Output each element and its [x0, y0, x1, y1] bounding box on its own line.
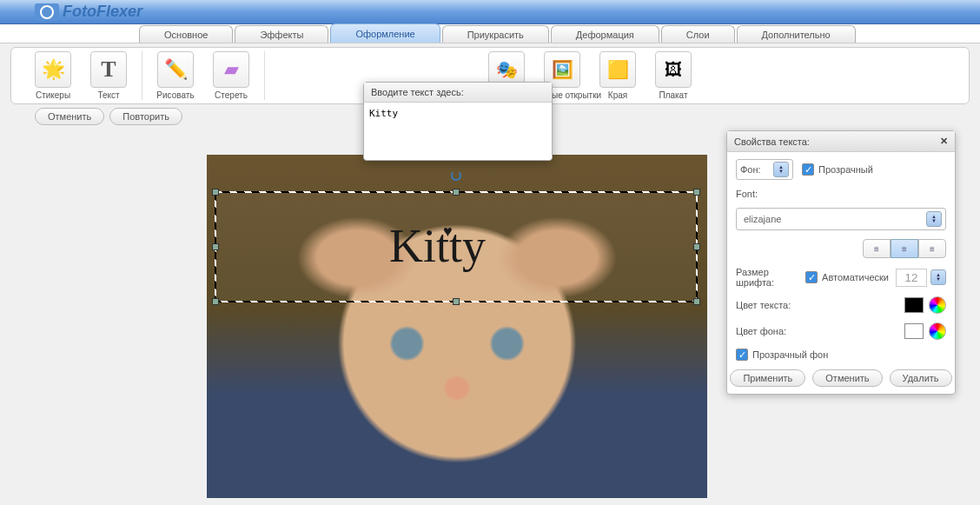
chevron-updown-icon: ▲▼	[773, 162, 789, 177]
heart-icon: ♥	[443, 223, 453, 241]
resize-handle-nw[interactable]	[212, 189, 219, 196]
rotate-handle-icon[interactable]	[451, 170, 461, 181]
text-icon: T	[90, 51, 127, 88]
size-label: Размер шрифта:	[736, 267, 805, 288]
stickers-label: Стикеры	[36, 90, 70, 100]
draw-label: Рисовать	[156, 90, 194, 100]
erase-tool[interactable]: ▰Стереть	[207, 51, 255, 100]
redo-button[interactable]: Повторить	[109, 108, 182, 125]
erase-label: Стереть	[215, 90, 248, 100]
cancel-button[interactable]: Отменить	[812, 369, 882, 387]
tab-5[interactable]: Слои	[661, 25, 735, 43]
bg-select[interactable]: Фон: ▲▼	[736, 159, 793, 180]
color-wheel-icon[interactable]	[929, 322, 946, 340]
poster-tool[interactable]: 🖼Плакат	[649, 51, 698, 100]
app-header: FotoFlexer	[0, 0, 980, 24]
transparent-label: Прозрачный	[818, 164, 873, 175]
edges-tool[interactable]: 🟨Края	[593, 51, 642, 100]
bg-color-swatch[interactable]	[904, 323, 924, 339]
text-color-label: Цвет текста:	[736, 300, 904, 310]
text-input-popup: Вводите текст здесь:	[363, 82, 553, 161]
chevron-updown-icon[interactable]: ▲▼	[930, 269, 946, 285]
canvas-area[interactable]: Kitty ♥	[207, 155, 707, 498]
transparent-bg-checkbox[interactable]: ✓	[736, 349, 748, 361]
auto-size-checkbox[interactable]: ✓	[805, 271, 818, 283]
text-input-field[interactable]	[364, 103, 552, 158]
props-title: Свойства текста:	[734, 136, 810, 147]
resize-handle-n[interactable]	[453, 189, 460, 196]
camera-icon	[35, 3, 59, 21]
font-label: Font:	[736, 189, 946, 199]
align-left-button[interactable]: ≡	[863, 239, 891, 258]
bg-color-label: Цвет фона:	[736, 326, 904, 336]
color-wheel-icon[interactable]	[929, 296, 946, 314]
poster-icon: 🖼	[655, 51, 692, 88]
resize-handle-e[interactable]	[693, 243, 700, 250]
align-right-button[interactable]: ≡	[918, 239, 946, 258]
font-select[interactable]: elizajane ▲▼	[736, 208, 946, 230]
transparent-bg-label: Прозрачный фон	[752, 349, 828, 360]
tab-1[interactable]: Эффекты	[235, 25, 328, 43]
edges-icon: 🟨	[599, 51, 636, 88]
tab-4[interactable]: Деформация	[551, 25, 659, 43]
text-label: Текст	[97, 90, 119, 100]
transparent-checkbox[interactable]: ✓	[802, 163, 814, 176]
logo: FotoFlexer	[35, 3, 142, 21]
apply-button[interactable]: Применить	[730, 369, 805, 387]
resize-handle-s[interactable]	[453, 298, 460, 305]
tab-2[interactable]: Оформление	[330, 23, 440, 43]
erase-icon: ▰	[213, 51, 249, 88]
edges-label: Края	[608, 90, 627, 100]
brand-name: FotoFlexer	[63, 3, 142, 21]
tab-0[interactable]: Основное	[139, 25, 233, 43]
close-icon[interactable]: ✕	[940, 136, 948, 147]
text-color-swatch[interactable]	[904, 297, 924, 313]
stickers-tool[interactable]: 🌟Стикеры	[29, 51, 77, 100]
font-size-input[interactable]	[896, 269, 927, 287]
text-tool[interactable]: TТекст	[84, 51, 133, 100]
text-properties-panel: Свойства текста: ✕ Фон: ▲▼ ✓ Прозрачный …	[726, 130, 956, 395]
resize-handle-ne[interactable]	[693, 189, 700, 196]
main-tabs: ОсновноеЭффектыОформлениеПриукраситьДефо…	[0, 24, 980, 43]
draw-icon: ✏️	[157, 51, 194, 88]
stickers-icon: 🌟	[35, 51, 71, 88]
poster-label: Плакат	[659, 90, 687, 100]
canvas-text-layer[interactable]: Kitty	[389, 219, 486, 273]
tab-3[interactable]: Приукрасить	[442, 25, 549, 43]
chevron-updown-icon: ▲▼	[926, 211, 942, 227]
undo-button[interactable]: Отменить	[35, 108, 104, 125]
resize-handle-w[interactable]	[212, 243, 219, 250]
resize-handle-se[interactable]	[693, 298, 700, 305]
delete-button[interactable]: Удалить	[890, 369, 952, 387]
text-popup-title: Вводите текст здесь:	[364, 83, 552, 103]
auto-label: Автоматически	[822, 272, 889, 282]
tab-6[interactable]: Дополнительно	[737, 25, 856, 43]
draw-tool[interactable]: ✏️Рисовать	[151, 51, 200, 100]
align-center-button[interactable]: ≡	[891, 239, 918, 258]
resize-handle-sw[interactable]	[212, 298, 219, 305]
